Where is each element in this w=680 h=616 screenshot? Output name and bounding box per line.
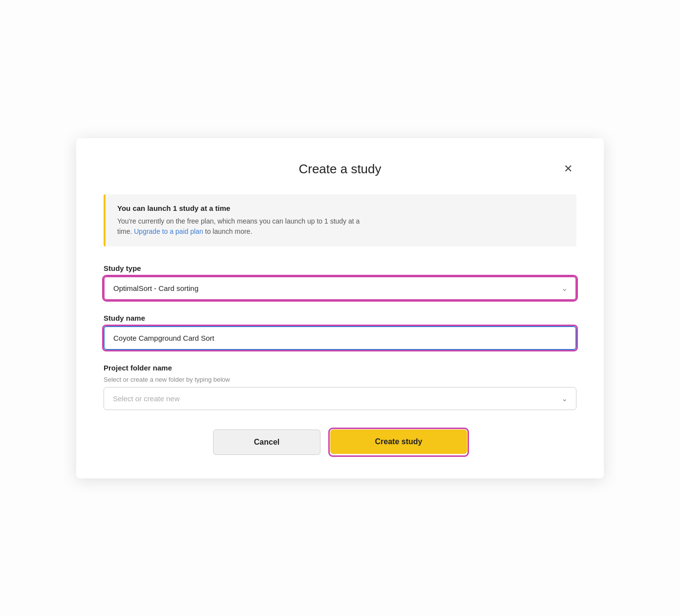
alert-body: You're currently on the free plan, which… [117, 216, 565, 237]
cancel-button[interactable]: Cancel [213, 430, 320, 455]
project-folder-select[interactable]: Select or create new [104, 387, 576, 410]
modal-footer: Cancel Create study [104, 430, 576, 455]
alert-body-middle: time. [117, 227, 132, 235]
study-type-select[interactable]: OptimalSort - Card sortingTree TestClick… [104, 276, 576, 300]
study-name-label: Study name [104, 314, 576, 322]
upgrade-link[interactable]: Upgrade to a paid plan [134, 227, 203, 235]
create-study-button[interactable]: Create study [330, 430, 467, 454]
modal-header: Create a study ✕ [104, 162, 576, 177]
study-type-label: Study type [104, 264, 576, 272]
project-folder-select-wrapper: Select or create new ⌄ [104, 387, 576, 410]
study-type-select-wrapper: OptimalSort - Card sortingTree TestClick… [104, 276, 576, 300]
study-type-dropdown-wrapper: OptimalSort - Card sortingTree TestClick… [104, 276, 576, 300]
study-name-group: Study name [104, 314, 576, 350]
modal-container: Create a study ✕ You can launch 1 study … [76, 138, 604, 478]
alert-title: You can launch 1 study at a time [117, 204, 565, 212]
alert-banner: You can launch 1 study at a time You're … [104, 194, 576, 246]
modal-overlay: Create a study ✕ You can launch 1 study … [0, 0, 680, 616]
study-name-input-wrapper [104, 326, 576, 350]
project-folder-sublabel: Select or create a new folder by typing … [104, 376, 576, 383]
create-button-wrapper: Create study [330, 430, 467, 455]
alert-body-suffix: to launch more. [205, 227, 253, 235]
modal-title: Create a study [298, 162, 381, 177]
project-folder-label: Project folder name [104, 364, 576, 372]
project-folder-group: Project folder name Select or create a n… [104, 364, 576, 410]
study-name-input[interactable] [104, 326, 576, 350]
alert-body-prefix: You're currently on the free plan, which… [117, 217, 360, 225]
close-button[interactable]: ✕ [560, 162, 576, 176]
study-type-group: Study type OptimalSort - Card sortingTre… [104, 264, 576, 300]
